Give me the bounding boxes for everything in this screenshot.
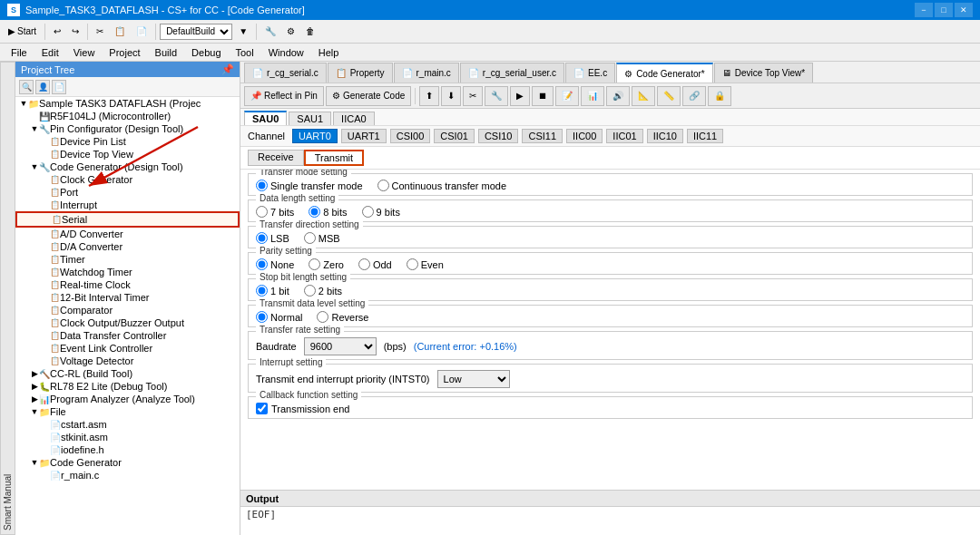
menu-view[interactable]: View — [66, 45, 103, 60]
normal-option[interactable]: Normal — [256, 311, 302, 323]
cg-tool-5[interactable]: ▶ — [510, 86, 530, 106]
parity-even-radio[interactable] — [407, 258, 418, 270]
undo-button[interactable]: ↩ — [49, 23, 65, 41]
reverse-option[interactable]: Reverse — [317, 311, 368, 323]
rt-tab-transmit[interactable]: Transmit — [304, 150, 364, 166]
7bits-option[interactable]: 7 bits — [256, 206, 294, 218]
tree-item-rtc[interactable]: 📋 Real-time Clock — [15, 278, 240, 291]
rebuild-button[interactable]: ⚙ — [282, 23, 299, 41]
menu-file[interactable]: File — [4, 45, 34, 60]
7bits-radio[interactable] — [256, 206, 268, 218]
menu-edit[interactable]: Edit — [34, 45, 66, 60]
channel-tab-iic10[interactable]: IIC10 — [647, 129, 683, 143]
tree-item-device-top[interactable]: 📋 Device Top View — [15, 148, 240, 160]
tab-ee-c[interactable]: 📄 EE.c — [565, 63, 615, 83]
tab-property[interactable]: 📋 Property — [328, 63, 393, 83]
cg-tool-6[interactable]: ⏹ — [532, 86, 554, 106]
close-button[interactable]: ✕ — [955, 3, 973, 17]
1bit-radio[interactable] — [256, 285, 268, 297]
tree-item-program-analyzer[interactable]: ▶ 📊 Program Analyzer (Analyze Tool) — [15, 393, 240, 405]
tree-item-pin-list[interactable]: 📋 Device Pin List — [15, 135, 240, 148]
interrupt-priority-select[interactable]: Low High Level0 Level1 Level2 Level3 — [437, 370, 510, 388]
sau-tab-sau0[interactable]: SAU0 — [244, 111, 287, 125]
clean-button[interactable]: 🗑 — [301, 23, 319, 41]
parity-zero-radio[interactable] — [309, 258, 320, 270]
parity-none-radio[interactable] — [256, 258, 268, 270]
cg-tool-12[interactable]: 🔗 — [682, 86, 706, 106]
smart-manual-tab[interactable]: Smart Manual — [0, 62, 15, 535]
menu-project[interactable]: Project — [102, 45, 147, 60]
tree-item-event-link[interactable]: 📋 Event Link Controller — [15, 342, 240, 355]
menu-help[interactable]: Help — [311, 45, 347, 60]
sidebar-pin-icon[interactable]: 📌 — [221, 63, 234, 75]
tab-r-cg-serial[interactable]: 📄 r_cg_serial.c — [244, 63, 327, 83]
tree-item-iodefine[interactable]: 📄 iodefine.h — [15, 443, 240, 456]
paste-button[interactable]: 📄 — [132, 23, 152, 41]
tab-code-generator[interactable]: ⚙ Code Generator* — [616, 63, 713, 83]
parity-odd-radio[interactable] — [358, 258, 370, 270]
cg-tool-4[interactable]: 🔧 — [485, 86, 508, 106]
channel-tab-iic00[interactable]: IIC00 — [566, 129, 603, 143]
msb-radio[interactable] — [304, 232, 316, 244]
tree-item-data-transfer[interactable]: 📋 Data Transfer Controller — [15, 329, 240, 342]
tree-item-interval[interactable]: 📋 12-Bit Interval Timer — [15, 291, 240, 304]
rt-tab-receive[interactable]: Receive — [248, 150, 304, 166]
parity-none-option[interactable]: None — [256, 258, 294, 270]
tree-item-mcu[interactable]: 💾 R5F104LJ (Microcontroller) — [15, 110, 240, 122]
cg-tool-7[interactable]: 📝 — [555, 86, 579, 106]
9bits-radio[interactable] — [362, 206, 374, 218]
sau-tab-iica0[interactable]: IICA0 — [333, 112, 375, 125]
menu-debug[interactable]: Debug — [184, 45, 228, 60]
tree-item-watchdog[interactable]: 📋 Watchdog Timer — [15, 266, 240, 278]
cg-tool-9[interactable]: 🔊 — [606, 86, 630, 106]
transmission-end-checkbox[interactable] — [256, 403, 268, 414]
channel-tab-iic01[interactable]: IIC01 — [606, 129, 642, 143]
continuous-transfer-option[interactable]: Continuous transfer mode — [377, 180, 507, 191]
tree-item-comparator[interactable]: 📋 Comparator — [15, 304, 240, 316]
normal-radio[interactable] — [256, 311, 268, 323]
channel-tab-uart1[interactable]: UART1 — [341, 129, 387, 143]
continuous-transfer-radio[interactable] — [377, 180, 389, 191]
menu-tool[interactable]: Tool — [229, 45, 261, 60]
tree-item-rl78[interactable]: ▶ 🐛 RL78 E2 Lite (Debug Tool) — [15, 380, 240, 393]
tree-item-clock-output[interactable]: 📋 Clock Output/Buzzer Output — [15, 316, 240, 329]
msb-option[interactable]: MSB — [304, 232, 340, 244]
tree-item-ad[interactable]: 📋 A/D Converter — [15, 228, 240, 240]
cut-button[interactable]: ✂ — [92, 23, 108, 41]
9bits-option[interactable]: 9 bits — [362, 206, 400, 218]
tree-item-da[interactable]: 📋 D/A Converter — [15, 240, 240, 253]
sidebar-btn1[interactable]: 🔍 — [19, 80, 34, 94]
tree-item-cstart[interactable]: 📄 cstart.asm — [15, 418, 240, 431]
tree-item-voltage[interactable]: 📋 Voltage Detector — [15, 355, 240, 367]
lsb-option[interactable]: LSB — [256, 232, 289, 244]
tree-item-clock[interactable]: 📋 Clock Generator — [15, 173, 240, 186]
single-transfer-option[interactable]: Single transfer mode — [256, 180, 363, 191]
parity-even-option[interactable]: Even — [407, 258, 444, 270]
start-button[interactable]: ▶ Start — [4, 23, 41, 41]
channel-tab-csi00[interactable]: CSI00 — [390, 129, 431, 143]
2bits-option[interactable]: 2 bits — [304, 285, 342, 297]
parity-zero-option[interactable]: Zero — [309, 258, 344, 270]
tree-item-timer[interactable]: 📋 Timer — [15, 253, 240, 266]
tree-item-serial[interactable]: 📋 Serial — [15, 211, 240, 228]
menu-build[interactable]: Build — [148, 45, 184, 60]
maximize-button[interactable]: □ — [935, 3, 953, 17]
channel-tab-uart0[interactable]: UART0 — [292, 129, 338, 143]
lsb-radio[interactable] — [256, 232, 268, 244]
tree-item-port[interactable]: 📋 Port — [15, 186, 240, 199]
tree-item-code-gen2[interactable]: ▼ 📁 Code Generator — [15, 456, 240, 469]
tree-item-root[interactable]: ▼ 📁 Sample TASK3 DATAFLASH (Projec — [15, 97, 240, 110]
build-dropdown[interactable]: ▼ — [234, 23, 252, 41]
minimize-button[interactable]: − — [915, 3, 933, 17]
channel-tab-iic11[interactable]: IIC11 — [687, 129, 723, 143]
tree-item-file[interactable]: ▼ 📁 File — [15, 405, 240, 418]
channel-tab-csi11[interactable]: CSI11 — [522, 129, 563, 143]
tree-item-interrupt[interactable]: 📋 Interrupt — [15, 199, 240, 211]
cg-tool-10[interactable]: 📐 — [632, 86, 655, 106]
tab-device-top-view[interactable]: 🖥 Device Top View* — [714, 63, 813, 83]
cg-tool-1[interactable]: ⬆ — [419, 86, 439, 106]
sidebar-btn3[interactable]: 📄 — [52, 80, 66, 94]
cg-tool-8[interactable]: 📊 — [581, 86, 604, 106]
menu-window[interactable]: Window — [261, 45, 311, 60]
2bits-radio[interactable] — [304, 285, 316, 297]
